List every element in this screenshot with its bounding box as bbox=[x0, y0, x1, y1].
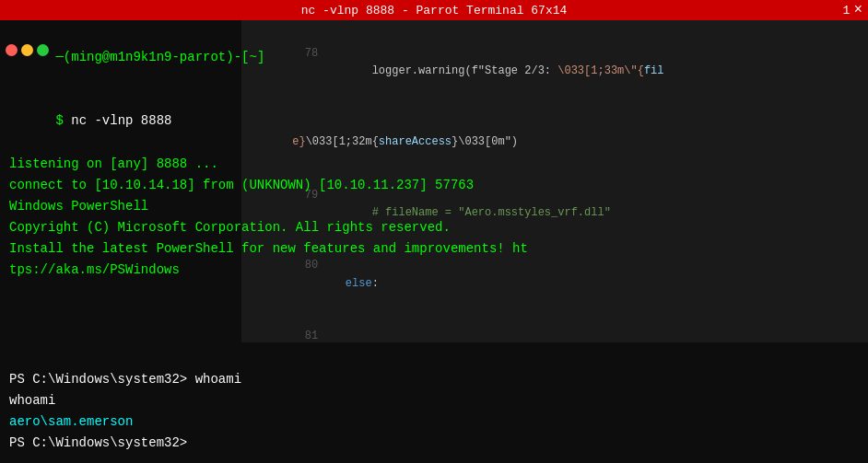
prompt-bracket-open: ─ bbox=[55, 50, 63, 64]
window-controls: 1 × bbox=[843, 2, 862, 18]
window-title: nc -vlnp 8888 - Parrot Terminal 67x14 bbox=[301, 4, 568, 17]
ps-whoami-prompt: PS C:\Windows\system32> whoami bbox=[9, 369, 241, 390]
ps-prompt-2: PS C:\Windows\system32> bbox=[9, 433, 241, 454]
window-number: 1 bbox=[843, 4, 850, 17]
close-button[interactable]: × bbox=[853, 2, 862, 18]
nc-command: nc -vlnp 8888 bbox=[71, 113, 171, 128]
connect-line: connect to [10.10.14.18] from (UNKNOWN) … bbox=[9, 175, 528, 196]
window-dot-buttons bbox=[6, 44, 49, 56]
title-bar: nc -vlnp 8888 - Parrot Terminal 67x14 1 … bbox=[0, 0, 868, 20]
install-line1: Install the latest PowerShell for new fe… bbox=[9, 238, 528, 260]
prompt-user: (ming@m1n9k1n9-parrot) bbox=[64, 50, 234, 64]
ps-prompt-1 bbox=[9, 268, 241, 331]
command-line: $ nc -vlnp 8888 bbox=[9, 89, 528, 153]
prompt-prefix-line: ─(ming@m1n9k1n9-parrot)-[~] bbox=[9, 26, 528, 89]
ps-whoami-result: aero\sam.emerson bbox=[9, 411, 241, 433]
copyright-line: Copyright (C) Microsoft Corporation. All… bbox=[9, 217, 528, 238]
prompt-bracket-dir: -[~] bbox=[234, 50, 265, 64]
prompt-dollar: $ bbox=[55, 113, 71, 128]
listening-line: listening on [any] 8888 ... bbox=[9, 154, 528, 175]
left-terminal-content: ─(ming@m1n9k1n9-parrot)-[~] $ nc -vlnp 8… bbox=[9, 26, 528, 281]
code-line-4: 81 logger.warning(f"Stage 2/3: \033[1;31… bbox=[252, 310, 857, 342]
maximize-dot[interactable] bbox=[37, 44, 49, 56]
powershell-title-line: Windows PowerShell bbox=[9, 196, 528, 217]
terminal: ─(ming@m1n9k1n9-parrot)-[~] $ nc -vlnp 8… bbox=[0, 20, 868, 463]
minimize-dot[interactable] bbox=[21, 44, 33, 56]
close-dot[interactable] bbox=[6, 44, 18, 56]
ps-whoami-cmd: whoami bbox=[9, 390, 241, 411]
bottom-terminal-content: PS C:\Windows\system32> whoami whoami ae… bbox=[9, 260, 241, 454]
